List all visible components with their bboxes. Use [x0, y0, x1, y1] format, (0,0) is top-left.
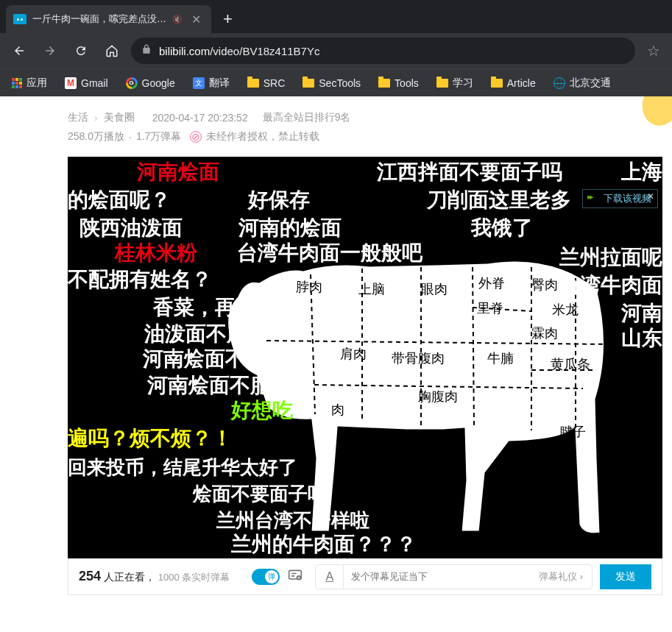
address-bar[interactable]: bilibili.com/video/BV18z411B7Yc: [131, 38, 635, 64]
folder-icon: [436, 79, 448, 88]
url-text: bilibili.com/video/BV18z411B7Yc: [159, 45, 319, 57]
cut-label: 外脊: [478, 274, 505, 292]
bookmark-star-button[interactable]: ☆: [643, 42, 665, 60]
video-player[interactable]: 脖肉 上脑 眼肉 外脊 臀肉 里脊 米龙 霖肉 肩肉 带骨腹肉 牛腩 黄瓜条 胸…: [68, 157, 662, 558]
danmaku-style-button[interactable]: A: [316, 565, 344, 589]
breadcrumb-category1[interactable]: 生活: [68, 111, 88, 124]
close-icon[interactable]: ✕: [647, 191, 654, 202]
folder-icon: [378, 79, 390, 88]
danmaku-text: 油泼面不服: [144, 323, 247, 346]
browser-tab-active[interactable]: 一斤牛肉一碗面，嗦完差点没… 🔇 ✕: [6, 5, 211, 33]
folder-icon: [247, 79, 259, 88]
back-button[interactable]: [7, 39, 31, 63]
play-count: 258.0万播放: [68, 130, 124, 143]
no-repost-icon: [190, 131, 202, 143]
banner-decoration: [628, 96, 672, 133]
cut-label: 牛尾: [612, 397, 639, 414]
cut-label: 米龙: [552, 301, 579, 319]
cut-label: 肉: [331, 401, 344, 419]
globe-icon: [553, 77, 565, 89]
danmaku-etiquette-link[interactable]: 弹幕礼仪 ›: [530, 570, 592, 583]
bookmark-bjjt[interactable]: 北京交通: [548, 74, 617, 93]
bookmark-google[interactable]: GGoogle: [120, 74, 181, 92]
danmaku-text: 河南的烩面: [238, 217, 342, 240]
translate-icon: 文: [193, 77, 205, 89]
danmaku-text: 兰州的牛肉面？？？: [231, 533, 417, 556]
tab-close-button[interactable]: ✕: [188, 13, 204, 26]
cut-label: 眼肉: [421, 280, 448, 298]
bookmark-folder-sectools[interactable]: SecTools: [297, 74, 367, 92]
danmaku-text: 兰州台湾不一样啦: [216, 510, 369, 531]
apps-icon: [12, 78, 22, 88]
page-content: 生活 › 美食圈 2020-04-17 20:23:52 最高全站日排行9名 2…: [0, 96, 672, 595]
reload-button[interactable]: [69, 39, 93, 63]
gmail-icon: M: [65, 77, 77, 89]
danmaku-text: 陕西油泼面: [79, 217, 183, 240]
danmaku-text: 回来投币，结尾升华太好了: [68, 457, 297, 478]
danmaku-settings-button[interactable]: [287, 568, 303, 586]
bookmark-translate[interactable]: 文翻译: [187, 74, 236, 93]
danmaku-text: 烩面不要面子吗: [193, 483, 327, 505]
bookmark-gmail[interactable]: MGmail: [59, 74, 114, 92]
danmaku-input[interactable]: [344, 571, 529, 582]
tab-mute-icon[interactable]: 🔇: [172, 15, 183, 24]
browser-nav-bar: bilibili.com/video/BV18z411B7Yc ☆: [0, 33, 672, 68]
new-tab-button[interactable]: +: [220, 10, 236, 29]
cut-label: 腱子: [559, 423, 586, 441]
folder-icon: [303, 79, 314, 88]
chevron-right-icon: ›: [94, 112, 98, 124]
cut-label: 黄瓜条: [551, 355, 590, 373]
danmaku-text: 台湾牛肉面: [559, 274, 662, 297]
cut-label: 带骨腹肉: [392, 349, 445, 367]
danmaku-text: 好想吃: [231, 400, 293, 422]
google-icon: G: [126, 77, 138, 89]
danmaku-text: 遍吗？烦不烦？！: [68, 427, 233, 450]
rank-text: 最高全站日排行9名: [263, 111, 351, 124]
cut-label: 上脑: [358, 280, 385, 298]
home-button[interactable]: [100, 39, 124, 63]
bookmarks-bar: 应用 MGmail GGoogle 文翻译 SRC SecTools Tools…: [0, 68, 672, 96]
danmaku-count: 1.7万弹幕: [136, 130, 181, 143]
danmaku-text: 刀削面这里老多: [427, 189, 571, 212]
tab-title: 一斤牛肉一碗面，嗦完差点没…: [32, 13, 166, 26]
bookmark-apps[interactable]: 应用: [6, 74, 53, 93]
watching-indicator: 254 人正在看， 1000 条实时弹幕: [79, 569, 230, 584]
danmaku-text: 河南烩面: [137, 161, 219, 184]
danmaku-text: 兰州拉面呢: [559, 246, 662, 269]
repost-text: 未经作者授权，禁止转载: [206, 130, 319, 143]
danmaku-text: 桂林米粉: [115, 242, 197, 265]
bookmark-folder-article[interactable]: Article: [485, 74, 542, 92]
danmaku-text: 不配拥有姓名？: [68, 269, 212, 291]
bookmark-folder-study[interactable]: 学习: [431, 74, 479, 93]
danmaku-input-wrap: A 弹幕礼仪 ›: [315, 564, 593, 589]
bookmark-folder-tools[interactable]: Tools: [372, 74, 425, 92]
danmaku-text: 山东: [621, 327, 662, 350]
cut-label: 牛腩: [487, 349, 514, 367]
video-meta: 生活 › 美食圈 2020-04-17 20:23:52 最高全站日排行9名 2…: [0, 96, 672, 151]
cut-label: 肩肉: [340, 345, 367, 363]
player-toolbar: 254 人正在看， 1000 条实时弹幕 A 弹幕礼仪 › 发送: [68, 558, 662, 595]
download-badge[interactable]: 下载该视频 ✕: [582, 189, 658, 208]
browser-tab-bar: 一斤牛肉一碗面，嗦完差点没… 🔇 ✕ +: [0, 0, 672, 33]
cut-label: 胸腹肉: [418, 388, 458, 405]
chevron-right-icon: ›: [580, 571, 583, 582]
danmaku-toggle[interactable]: [252, 569, 280, 585]
danmaku-text: 好保存: [248, 189, 310, 212]
danmaku-text: 的烩面呢？: [68, 189, 171, 212]
cut-label: 脖肉: [296, 278, 322, 296]
cut-label: 霖肉: [531, 324, 558, 342]
lock-icon: [141, 43, 152, 58]
danmaku-text: 香菜，再见: [153, 297, 256, 319]
breadcrumb-category2[interactable]: 美食圈: [104, 111, 135, 124]
danmaku-text: 河南烩面不服: [147, 374, 271, 397]
danmaku-text: 我饿了: [471, 217, 533, 240]
danmaku-text: 江西拌面不要面子吗: [377, 161, 562, 184]
forward-button[interactable]: [38, 39, 62, 63]
danmaku-text: 上海: [621, 161, 662, 184]
video-player-container: 脖肉 上脑 眼肉 外脊 臀肉 里脊 米龙 霖肉 肩肉 带骨腹肉 牛腩 黄瓜条 胸…: [68, 157, 662, 595]
bilibili-favicon: [13, 14, 26, 24]
bookmark-folder-src[interactable]: SRC: [241, 74, 291, 92]
danmaku-text: 台湾牛肉面一般般吧: [237, 242, 422, 265]
publish-time: 2020-04-17 20:23:52: [152, 112, 248, 124]
send-button[interactable]: 发送: [600, 564, 651, 589]
